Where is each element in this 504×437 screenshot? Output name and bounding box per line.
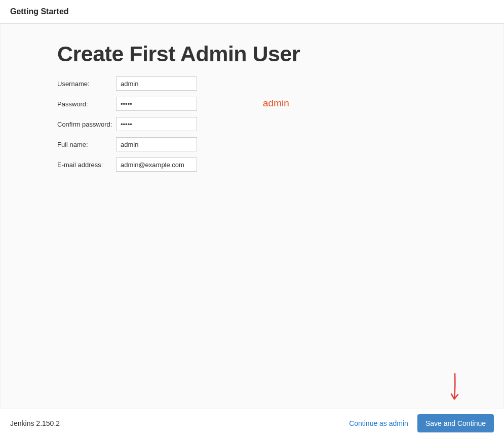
- username-label: Username:: [57, 80, 116, 88]
- username-input[interactable]: [116, 76, 197, 91]
- password-input[interactable]: [116, 97, 197, 111]
- page-heading: Create First Admin User: [1, 24, 503, 76]
- confirm-password-input[interactable]: [116, 117, 197, 131]
- full-name-input[interactable]: [116, 137, 197, 151]
- email-label: E-mail address:: [57, 161, 116, 169]
- form-row-email: E-mail address:: [57, 157, 503, 172]
- password-label: Password:: [57, 100, 116, 108]
- password-annotation: admin: [263, 98, 289, 109]
- footer: Jenkins 2.150.2 Continue as admin Save a…: [0, 409, 504, 437]
- confirm-password-label: Confirm password:: [57, 121, 116, 128]
- form-row-confirm-password: Confirm password:: [57, 117, 503, 131]
- form-row-full-name: Full name:: [57, 137, 503, 151]
- admin-user-form: Username: Password: admin Confirm passwo…: [57, 76, 503, 172]
- footer-actions: Continue as admin Save and Continue: [349, 414, 494, 432]
- continue-as-admin-link[interactable]: Continue as admin: [349, 419, 408, 427]
- content-area: Create First Admin User Username: Passwo…: [0, 24, 504, 408]
- form-row-password: Password: admin: [57, 97, 503, 111]
- email-input[interactable]: [116, 157, 197, 172]
- save-and-continue-button[interactable]: Save and Continue: [417, 414, 494, 432]
- header-title: Getting Started: [10, 7, 494, 16]
- header: Getting Started: [0, 0, 504, 24]
- form-row-username: Username:: [57, 76, 503, 91]
- full-name-label: Full name:: [57, 141, 116, 148]
- version-text: Jenkins 2.150.2: [10, 419, 60, 427]
